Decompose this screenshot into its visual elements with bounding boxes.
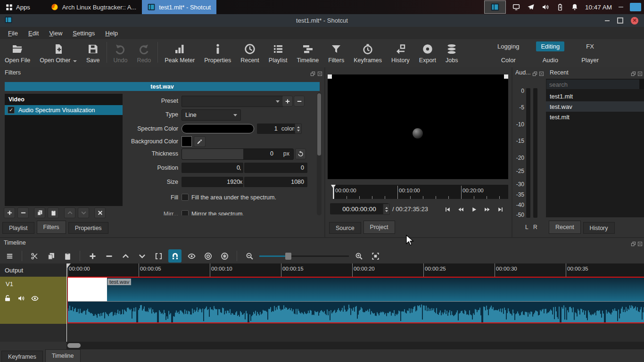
overwrite-button[interactable]	[135, 249, 149, 263]
filter-list-item-audio-spectrum-visualization[interactable]: ✓Audio Spectrum Visualization	[5, 105, 123, 115]
float-panel-icon[interactable]	[310, 70, 315, 78]
fast-forward-button[interactable]	[482, 204, 492, 214]
tray-display-icon[interactable]	[512, 3, 520, 11]
player-seek-ruler[interactable]: 00:00:0000:10:0000:20:00	[332, 185, 508, 199]
menu-file[interactable]: File	[4, 28, 22, 38]
colors-count-field[interactable]: 1 colors	[257, 123, 300, 134]
fill-checkbox[interactable]	[182, 194, 189, 201]
toolbar-button-filters[interactable]: Filters	[323, 39, 349, 66]
left-dock-tab-filters[interactable]: Filters	[37, 221, 66, 234]
split-button[interactable]	[152, 249, 165, 263]
zoom-slider-handle[interactable]	[285, 253, 291, 260]
rewind-button[interactable]	[455, 204, 466, 214]
toolbar-button-undo[interactable]: Undo	[109, 39, 132, 66]
toolbar-button-playlist[interactable]: Playlist	[264, 39, 292, 66]
zoom-in-button[interactable]	[352, 249, 365, 263]
track-lock-button[interactable]	[4, 295, 11, 304]
copy-button[interactable]	[44, 249, 58, 263]
tray-volume-icon[interactable]	[542, 3, 549, 11]
toolbar-button-open-other[interactable]: Open Other	[35, 39, 82, 66]
tray-battery-icon[interactable]	[556, 3, 564, 11]
thickness-slider-field[interactable]: 0 px	[182, 148, 294, 160]
spectrum-gradient-bar[interactable]	[182, 124, 254, 133]
menu-settings[interactable]: Settings	[68, 28, 99, 38]
filter-enabled-checkbox[interactable]: ✓	[8, 107, 15, 114]
toolbar-button-save[interactable]: Save	[82, 39, 105, 66]
move-down-filter-button[interactable]	[78, 207, 89, 218]
recent-file-test1-mlt[interactable]: test1.mlt	[546, 91, 644, 101]
toolbar-button-properties[interactable]: Properties	[199, 39, 236, 66]
deselect-filter-button[interactable]	[94, 207, 106, 218]
apps-menu-button[interactable]: Apps	[0, 4, 36, 11]
lift-button[interactable]	[119, 249, 132, 263]
left-dock-tab-properties[interactable]: Properties	[68, 222, 108, 234]
timeline-clip-testwav[interactable]: test.wav	[66, 277, 644, 324]
timeline-ruler[interactable]: 00:00:0000:00:0500:00:1000:00:1500:00:20…	[66, 263, 644, 277]
ripple-all-tracks-button[interactable]	[218, 249, 231, 263]
color-picker-button[interactable]	[194, 136, 206, 147]
layout-button-player[interactable]: Player	[577, 55, 603, 65]
menu-edit[interactable]: Edit	[24, 28, 43, 38]
toolbar-button-jobs[interactable]: Jobs	[441, 39, 462, 66]
toolbar-button-open-file[interactable]: Open File	[0, 39, 35, 66]
desktop-pager-widget[interactable]	[630, 3, 641, 11]
current-time-field[interactable]: 00:00:00:00	[330, 203, 388, 214]
toolbar-button-export[interactable]: Export	[414, 39, 441, 66]
background-color-swatch[interactable]	[182, 136, 192, 147]
toolbar-button-recent[interactable]: Recent	[236, 39, 264, 66]
skip-end-button[interactable]	[495, 204, 505, 214]
recent-search-input[interactable]	[546, 79, 640, 90]
window-preview[interactable]	[484, 0, 506, 14]
float-panel-icon[interactable]	[532, 70, 537, 78]
layout-button-logging[interactable]: Logging	[493, 41, 524, 51]
toolbar-button-keyframes[interactable]: Keyframes	[349, 39, 387, 66]
skip-start-button[interactable]	[442, 204, 453, 214]
tray-telegram-icon[interactable]	[527, 3, 535, 11]
zoom-fit-button[interactable]	[369, 249, 382, 263]
player-tab-project[interactable]: Project	[363, 221, 395, 234]
mirror-text[interactable]: Mirror the spectrum.	[191, 211, 244, 215]
close-panel-icon[interactable]	[317, 70, 322, 78]
timeline-scrollbar-thumb[interactable]	[67, 343, 81, 348]
float-panel-icon[interactable]	[631, 240, 636, 248]
type-combobox[interactable]: Line	[182, 109, 241, 121]
ripple-delete-button[interactable]	[102, 249, 116, 263]
size-height-field[interactable]: 1080	[244, 177, 307, 187]
save-preset-button[interactable]	[282, 96, 293, 107]
append-button[interactable]	[86, 249, 99, 263]
output-track-header[interactable]: Output	[0, 263, 66, 277]
timeline-scrollbar[interactable]	[66, 342, 644, 349]
timeline-playhead-grip[interactable]	[66, 263, 71, 269]
close-panel-icon[interactable]	[637, 70, 643, 78]
delete-preset-button[interactable]	[294, 96, 305, 107]
bottom-dock-tab-timeline[interactable]: Timeline	[45, 349, 81, 362]
add-filter-button[interactable]	[4, 207, 15, 218]
copy-filter-button[interactable]	[34, 207, 45, 218]
layout-button-editing[interactable]: Editing	[536, 41, 564, 51]
right-dock-tab-recent[interactable]: Recent	[549, 221, 581, 234]
size-width-field[interactable]: 1920	[182, 177, 243, 187]
move-up-filter-button[interactable]	[64, 207, 75, 218]
clock[interactable]: 10:47 AM	[585, 4, 612, 11]
timeline-playhead[interactable]	[66, 263, 67, 342]
reset-thickness-button[interactable]	[295, 148, 306, 159]
rect-handle-top-right[interactable]	[504, 74, 508, 79]
snap-button[interactable]	[168, 249, 182, 263]
recent-scrollbar[interactable]	[639, 79, 644, 89]
menu-help[interactable]: Help	[101, 28, 122, 38]
toolbar-button-timeline[interactable]: Timeline	[292, 39, 323, 66]
paste-filter-button[interactable]	[48, 207, 59, 218]
taskbar-item-test1-mlt-shotcut[interactable]: test1.mlt* - Shotcut	[142, 0, 216, 14]
player-tab-source[interactable]: Source	[329, 222, 361, 234]
bottom-dock-tab-keyframes[interactable]: Keyframes	[1, 351, 43, 362]
restore-button[interactable]	[617, 17, 623, 24]
layout-button-fx[interactable]: FX	[581, 41, 599, 51]
rect-handle-top-left[interactable]	[328, 74, 332, 79]
scrub-while-dragging-button[interactable]	[185, 249, 198, 263]
layout-button-color[interactable]: Color	[496, 55, 520, 65]
remove-filter-button[interactable]	[17, 207, 29, 218]
recent-file-test-mlt[interactable]: test.mlt	[546, 112, 644, 122]
timeline-zoom-slider[interactable]	[259, 249, 349, 263]
close-button[interactable]: ✕	[631, 17, 638, 25]
paste-button[interactable]	[61, 249, 74, 263]
